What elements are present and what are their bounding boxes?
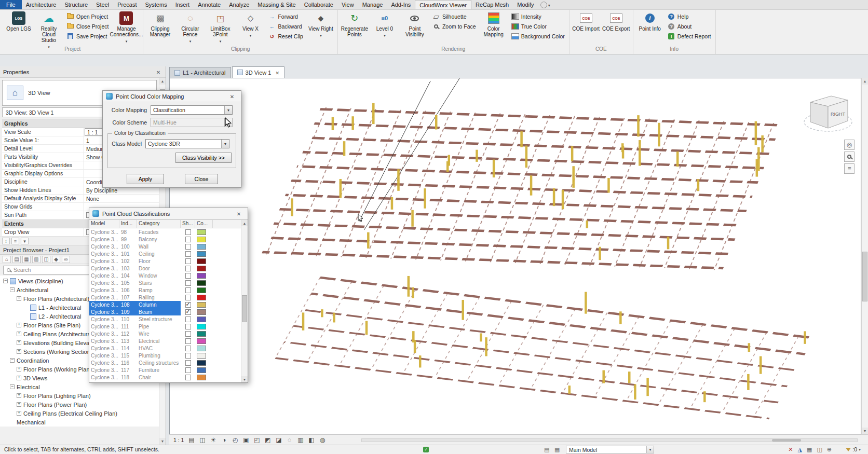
color-swatch[interactable] — [197, 338, 206, 344]
tree-expander-icon[interactable] — [17, 349, 21, 354]
worksets-icon[interactable]: ▤ — [544, 446, 549, 453]
group-icon[interactable] — [11, 238, 19, 244]
classification-row[interactable]: Cyclone 3...114HVAC — [89, 345, 248, 352]
forward-button[interactable]: Forward — [266, 12, 305, 21]
tree-expander-icon[interactable] — [3, 279, 8, 283]
show-checkbox[interactable] — [185, 317, 191, 322]
scrollbar-thumb[interactable] — [862, 252, 867, 301]
classification-row[interactable]: Cyclone 3...115Plumbing — [89, 352, 248, 359]
open-project-button[interactable]: Open Project — [64, 12, 111, 21]
scroll-down-icon[interactable] — [159, 438, 166, 445]
classification-row[interactable]: Cyclone 3...99Balcony — [89, 236, 248, 243]
file-menu[interactable]: File — [0, 0, 22, 9]
show-checkbox[interactable] — [185, 324, 191, 329]
show-checkbox[interactable] — [185, 302, 191, 308]
backward-button[interactable]: Backward — [266, 22, 305, 31]
visual-style-icon[interactable]: ◫ — [198, 436, 206, 444]
menu-tab-collaborate[interactable]: Collaborate — [300, 0, 337, 9]
view-scale-button[interactable]: 1 : 1 — [173, 437, 184, 443]
tree-expander-icon[interactable] — [10, 287, 15, 292]
options-icon[interactable] — [540, 2, 547, 8]
clipping-manager-button[interactable]: Clipping Manager — [145, 10, 174, 46]
show-checkbox[interactable] — [185, 287, 191, 293]
limitbox-3point-button[interactable]: LimitBox 3Point — [206, 10, 235, 46]
show-checkbox[interactable] — [185, 229, 191, 235]
select-by-face-icon[interactable]: ⊕ — [827, 446, 832, 453]
true-color-button[interactable]: True Color — [509, 22, 567, 31]
tree-expander-icon[interactable] — [17, 296, 21, 301]
properties-panel-header[interactable]: Properties — [0, 66, 166, 78]
canvas-vertical-scrollbar[interactable] — [861, 78, 868, 434]
show-checkbox[interactable] — [185, 273, 191, 279]
link-icon[interactable] — [62, 256, 70, 263]
home-icon[interactable] — [3, 256, 11, 263]
point-cloud-classifications-dialog[interactable]: Point Cloud Classifications Model Ind...… — [89, 208, 248, 383]
level-0-button[interactable]: Level 0 — [370, 10, 399, 46]
zoom-to-face-button[interactable]: Zoom to Face — [430, 22, 478, 31]
color-swatch[interactable] — [197, 273, 206, 279]
close-project-button[interactable]: Close Project — [64, 22, 111, 31]
show-checkbox[interactable] — [185, 360, 191, 366]
tree-item-mechanical[interactable]: Mechanical — [0, 418, 159, 427]
color-swatch[interactable] — [197, 229, 206, 235]
point-visibility-button[interactable]: Point Visibility — [400, 10, 429, 46]
temporary-hide-isolate-icon[interactable]: ◪ — [275, 436, 282, 444]
column-header-model[interactable]: Model — [89, 220, 119, 228]
classification-row[interactable]: Cyclone 3...102Floor — [89, 257, 248, 265]
classification-row[interactable]: Cyclone 3...98Facades — [89, 228, 248, 236]
view-right-button[interactable]: View Right — [306, 10, 335, 46]
color-swatch[interactable] — [197, 258, 206, 264]
menu-tab-recap-mesh[interactable]: ReCap Mesh — [471, 0, 513, 9]
menu-tab-add-ins[interactable]: Add-Ins — [387, 0, 415, 9]
class-model-select[interactable]: Cyclone 3DR — [145, 139, 229, 148]
shadows-icon[interactable]: ◑ — [220, 436, 228, 444]
classification-row[interactable]: Cyclone 3...111Pipe — [89, 323, 248, 330]
show-checkbox[interactable] — [185, 244, 191, 250]
tree-expander-icon[interactable] — [17, 393, 21, 398]
crop-view-icon[interactable]: ▣ — [242, 436, 250, 444]
tree-expander-icon[interactable] — [17, 323, 21, 327]
show-checkbox[interactable] — [185, 375, 191, 380]
show-crop-region-icon[interactable]: ◰ — [253, 436, 261, 444]
color-swatch[interactable] — [197, 367, 206, 373]
sun-path-icon[interactable]: ☀ — [209, 436, 217, 444]
menu-tab-analyze[interactable]: Analyze — [225, 0, 253, 9]
design-options-icon[interactable]: ▦ — [554, 446, 560, 453]
scroll-up-icon[interactable] — [159, 78, 166, 85]
scroll-up-icon[interactable] — [862, 78, 868, 85]
tree-item-floor-plans-power-plan-[interactable]: Floor Plans (Power Plan) — [0, 400, 159, 409]
color-swatch[interactable] — [197, 251, 206, 257]
color-swatch[interactable] — [197, 360, 206, 366]
scrollbar-thumb[interactable] — [772, 439, 801, 442]
show-checkbox[interactable] — [185, 295, 191, 300]
steering-wheel-icon[interactable] — [844, 140, 855, 150]
reveal-constraints-icon[interactable]: ◍ — [318, 436, 326, 444]
tab-l1-architectural[interactable]: L1 - Architectural — [169, 67, 231, 78]
dialog-title-bar[interactable]: Point Cloud Color Mapping — [103, 91, 241, 102]
classification-row[interactable]: Cyclone 3...118Chair — [89, 374, 248, 381]
show-checkbox[interactable] — [185, 237, 191, 242]
classification-row[interactable]: Cyclone 3...103Door — [89, 265, 248, 272]
tree-expander-icon[interactable] — [17, 402, 21, 407]
scroll-down-icon[interactable] — [241, 376, 248, 382]
show-checkbox[interactable] — [185, 346, 191, 351]
rendering-dialog-icon[interactable]: ◴ — [231, 436, 239, 444]
color-swatch[interactable] — [197, 244, 206, 250]
color-swatch[interactable] — [197, 287, 206, 293]
show-checkbox[interactable] — [185, 266, 191, 271]
save-project-button[interactable]: Save Project — [64, 32, 111, 40]
tree-expander-icon[interactable] — [17, 340, 21, 345]
select-pinned-icon[interactable]: ◫ — [817, 446, 822, 453]
column-header-color[interactable]: Co... — [195, 220, 213, 228]
close-icon[interactable] — [226, 93, 238, 100]
reality-cloud-studio-button[interactable]: Reality Cloud Studio — [34, 10, 63, 46]
show-checkbox[interactable] — [185, 309, 191, 315]
color-mapping-select[interactable]: Classification — [151, 105, 233, 115]
view-x-button[interactable]: View X — [236, 10, 265, 46]
help-button[interactable]: Help — [666, 12, 713, 21]
column-header-category[interactable]: Category — [137, 220, 181, 228]
zoom-icon[interactable] — [847, 155, 851, 159]
show-checkbox[interactable] — [185, 258, 191, 264]
column-header-index[interactable]: Ind... — [119, 220, 137, 228]
viewcube-face-label[interactable]: RIGHT — [831, 112, 846, 117]
